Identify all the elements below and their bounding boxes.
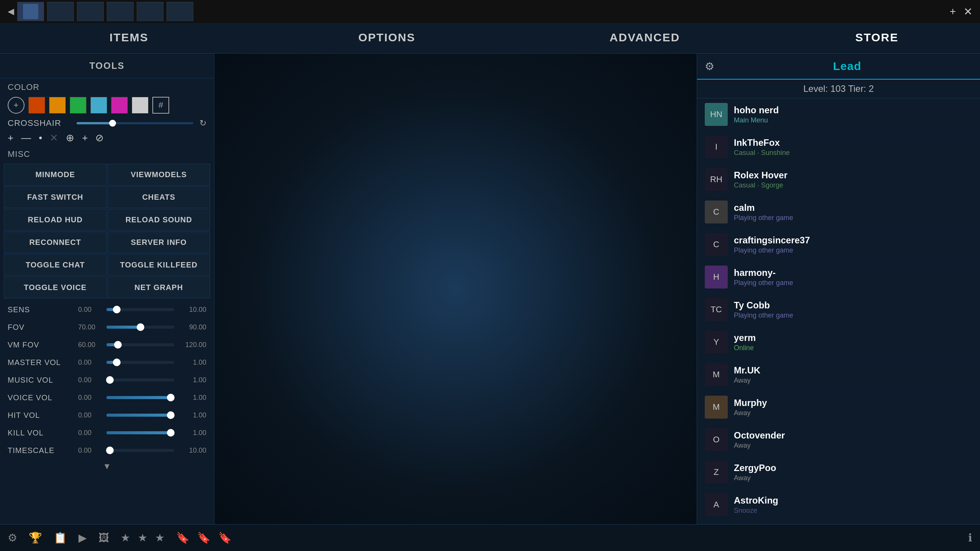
- friend-item[interactable]: M Mr.UK Away: [697, 359, 980, 391]
- slider-track-1[interactable]: [106, 321, 174, 333]
- color-hash-button[interactable]: #: [152, 97, 169, 114]
- toggle-chat-button[interactable]: TOGGLE CHAT: [4, 254, 107, 276]
- clipboard-icon[interactable]: 📋: [54, 531, 67, 544]
- friend-status: Playing other game: [734, 214, 972, 222]
- slider-track-8[interactable]: [106, 445, 174, 456]
- tab-slot-4[interactable]: [107, 2, 134, 21]
- tab-slot-5[interactable]: [137, 2, 163, 21]
- friend-name: AstroKing: [734, 495, 972, 506]
- slider-max-8: 10.00: [180, 447, 206, 455]
- net-graph-button[interactable]: NET GRAPH: [108, 277, 211, 298]
- color-swatch-6[interactable]: [132, 97, 149, 114]
- fast-switch-button[interactable]: FAST SWITCH: [4, 186, 107, 208]
- tab-items[interactable]: ITEMS: [0, 23, 258, 53]
- add-color-button[interactable]: +: [8, 97, 24, 114]
- friend-status: Away: [734, 442, 972, 450]
- friend-item[interactable]: TC Ty Cobb Playing other game: [697, 293, 980, 326]
- slider-track-7[interactable]: [106, 427, 174, 439]
- slider-track-5[interactable]: [106, 392, 174, 403]
- tab-options[interactable]: OPTIONS: [258, 23, 516, 53]
- toggle-voice-button[interactable]: TOGGLE VOICE: [4, 277, 107, 298]
- reconnect-button[interactable]: RECONNECT: [4, 231, 107, 253]
- slider-label-2: VM FOV: [8, 341, 73, 349]
- friend-status: Online: [734, 344, 972, 352]
- image-icon[interactable]: 🖼: [98, 531, 109, 544]
- bottom-bookmarks: 🔖 🔖 🔖: [176, 531, 232, 544]
- reload-hud-button[interactable]: RELOAD HUD: [4, 209, 107, 231]
- slider-min-7: 0.00: [78, 429, 101, 437]
- friend-item[interactable]: RH Rolex Hover Casual · Sgorge: [697, 163, 980, 196]
- tab-slot-6[interactable]: [167, 2, 193, 21]
- slider-row-hit-vol: HIT VOL 0.00 1.00: [0, 406, 214, 424]
- trophy-icon[interactable]: 🏆: [29, 531, 42, 544]
- crosshair-style-dot[interactable]: •: [39, 132, 42, 144]
- friend-status: Snooze: [734, 507, 972, 515]
- color-swatch-5[interactable]: [111, 97, 128, 114]
- crosshair-style-plus2[interactable]: +: [82, 132, 88, 144]
- slider-label-3: MASTER VOL: [8, 358, 73, 367]
- friend-info: craftingsincere37 Playing other game: [734, 235, 972, 254]
- friend-item[interactable]: HA Hinae Arimura Snooze: [697, 521, 980, 524]
- center-area: [214, 54, 697, 524]
- bookmark-3[interactable]: 🔖: [218, 531, 232, 544]
- friend-item[interactable]: Y yerm Online: [697, 326, 980, 359]
- crosshair-slider[interactable]: [77, 122, 193, 124]
- toggle-killfeed-button[interactable]: TOGGLE KILLFEED: [108, 254, 211, 276]
- slider-label-1: FOV: [8, 323, 73, 332]
- crosshair-style-cross[interactable]: ⊕: [66, 132, 74, 144]
- tab-slot-3[interactable]: [77, 2, 104, 21]
- play-icon[interactable]: ▶: [78, 531, 87, 544]
- crosshair-style-x[interactable]: ✕: [50, 132, 58, 144]
- viewmodels-button[interactable]: VIEWMODELS: [108, 164, 211, 186]
- info-icon[interactable]: ℹ: [968, 531, 972, 544]
- slider-track-3[interactable]: [106, 357, 174, 368]
- star-3[interactable]: ★: [155, 531, 165, 544]
- tab-active-game[interactable]: [17, 2, 44, 21]
- friend-name: ZergyPoo: [734, 463, 972, 473]
- slider-track-2[interactable]: [106, 339, 174, 350]
- friend-item[interactable]: I InkTheFox Casual · Sunshine: [697, 131, 980, 163]
- friend-item[interactable]: C craftingsincere37 Playing other game: [697, 228, 980, 261]
- settings-gear-icon[interactable]: ⚙: [705, 60, 714, 73]
- bookmark-1[interactable]: 🔖: [176, 531, 189, 544]
- crosshair-style-dash[interactable]: —: [21, 132, 31, 144]
- crosshair-style-none[interactable]: ⊘: [95, 132, 104, 144]
- slider-track-6[interactable]: [106, 409, 174, 421]
- star-1[interactable]: ★: [121, 531, 130, 544]
- reload-sound-button[interactable]: RELOAD SOUND: [108, 209, 211, 231]
- tab-advanced[interactable]: ADVANCED: [516, 23, 774, 53]
- close-button[interactable]: ✕: [964, 5, 972, 18]
- color-swatch-4[interactable]: [90, 97, 107, 114]
- friend-item[interactable]: H harmony- Playing other game: [697, 261, 980, 293]
- friend-item[interactable]: M Murphy Away: [697, 391, 980, 424]
- store-panel-title: Lead: [722, 60, 972, 73]
- color-swatch-3[interactable]: [70, 97, 87, 114]
- friend-item[interactable]: A AstroKing Snooze: [697, 489, 980, 521]
- server-info-button[interactable]: SERVER INFO: [108, 231, 211, 253]
- color-swatch-1[interactable]: [28, 97, 45, 114]
- friend-avatar: Z: [705, 461, 728, 484]
- tab-store[interactable]: STORE: [774, 23, 980, 53]
- friend-item[interactable]: C calm Playing other game: [697, 196, 980, 228]
- friend-item[interactable]: Z ZergyPoo Away: [697, 456, 980, 489]
- cheats-button[interactable]: CHEATS: [108, 186, 211, 208]
- crosshair-reset-icon[interactable]: ↻: [199, 118, 206, 128]
- friend-status: Casual · Sunshine: [734, 149, 972, 157]
- settings-icon[interactable]: ⚙: [8, 531, 17, 544]
- crosshair-style-plus[interactable]: +: [8, 132, 13, 144]
- slider-label-5: VOICE VOL: [8, 393, 73, 402]
- slider-track-0[interactable]: [106, 304, 174, 315]
- add-tab-button[interactable]: +: [950, 5, 956, 18]
- color-swatch-2[interactable]: [49, 97, 66, 114]
- friend-info: yerm Online: [734, 333, 972, 352]
- tab-slot-2[interactable]: [47, 2, 74, 21]
- friend-status: Main Menu: [734, 116, 972, 124]
- slider-max-3: 1.00: [180, 359, 206, 367]
- back-arrow-icon[interactable]: ◀: [8, 7, 14, 16]
- minmode-button[interactable]: MINMODE: [4, 164, 107, 186]
- bookmark-2[interactable]: 🔖: [197, 531, 211, 544]
- slider-track-4[interactable]: [106, 374, 174, 386]
- star-2[interactable]: ★: [138, 531, 147, 544]
- friend-item[interactable]: HN hoho nerd Main Menu: [697, 98, 980, 131]
- friend-item[interactable]: O Octovender Away: [697, 424, 980, 456]
